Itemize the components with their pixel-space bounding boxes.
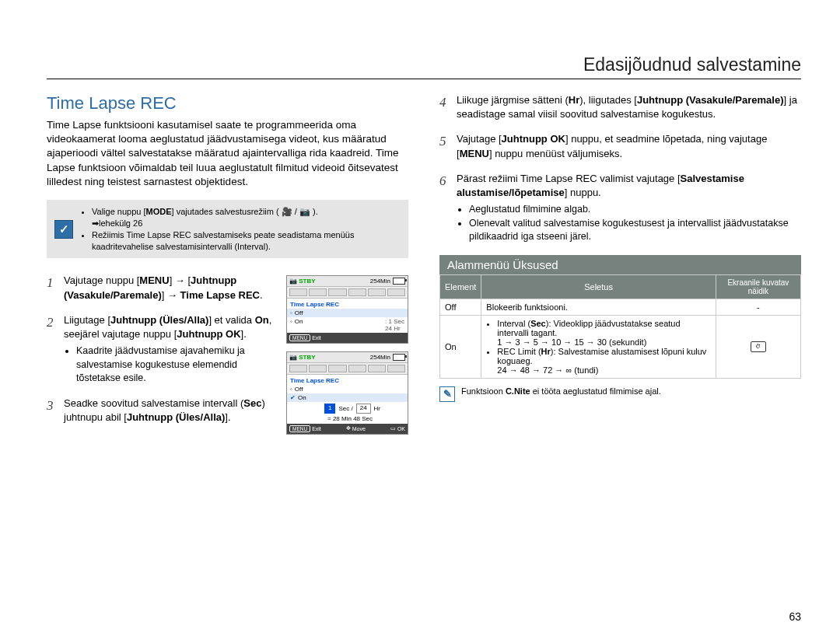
note-box: ✓ Valige nuppu [MODE] vajutades salvestu… xyxy=(47,200,408,258)
step-4: Liikuge järgmise sätteni (Hr), liigutade… xyxy=(439,93,801,121)
step-6: Pärast režiimi Time Lapse REC valimist v… xyxy=(439,172,801,244)
th-seletus: Seletus xyxy=(481,274,716,299)
step-3: Seadke soovitud salvestamise intervall (… xyxy=(47,397,280,425)
table-row-on: On Interval (Sec): Videoklipp jäädvustat… xyxy=(440,315,801,378)
step-2: Liigutage [Juhtnupp (Üles/Alla)] et vali… xyxy=(47,313,280,386)
info-table: Element Seletus Ekraanile kuvatav näidik… xyxy=(439,274,801,379)
chapter-title: Edasijõudnud salvestamine xyxy=(47,54,801,75)
section-title: Time Lapse REC xyxy=(47,93,408,114)
ui2-title: Time Lapse REC xyxy=(287,375,408,385)
info-icon: ✎ xyxy=(439,386,455,402)
th-element: Element xyxy=(440,274,481,299)
note-text-a: Valige nuppu [ xyxy=(92,207,146,216)
left-column: Time Lapse REC Time Lapse funktsiooni ka… xyxy=(47,93,408,442)
step-2-sub: Kaadrite jäädvustamise ajavahemiku ja sa… xyxy=(76,344,280,386)
step-6-sub1: Aeglustatud filmimine algab. xyxy=(469,203,801,217)
check-icon: ✓ xyxy=(54,220,73,239)
ui-preview-1: 📷 STBY 254Min Time Lapse REC ◦Off ◦On: 1… xyxy=(286,275,408,344)
ui1-title: Time Lapse REC xyxy=(287,299,408,309)
step-5: Vajutage [Juhtnupp OK] nuppu, et seadmin… xyxy=(439,132,801,160)
footnote: ✎ Funktsioon C.Nite ei tööta aeglustatud… xyxy=(439,386,801,402)
table-row-off: Off Blokeerib funktsiooni. - xyxy=(440,299,801,315)
top-rule xyxy=(47,79,801,79)
step-1: Vajutage nuppu [MENU] → [Juhtnupp (Vasak… xyxy=(47,274,280,302)
mode-label: MODE xyxy=(146,207,172,216)
note-page-ref: ➡lehekülg 26 xyxy=(92,218,142,228)
note-text: Valige nuppu [MODE] vajutades salvestusr… xyxy=(81,206,401,252)
sub-heading: Alammenüü Üksused xyxy=(439,255,801,274)
page-number: 63 xyxy=(789,610,801,623)
right-column: Liikuge järgmise sätteni (Hr), liigutade… xyxy=(439,93,801,442)
ui-preview-2: 📷 STBY 254Min Time Lapse REC ◦Off ✔On 1 … xyxy=(286,351,408,434)
intro-paragraph: Time Lapse funktsiooni kasutamisel saate… xyxy=(47,118,408,189)
note-line-3: Režiimis Time Lapse REC salvestamiseks p… xyxy=(92,229,401,253)
steps-list-left: Vajutage nuppu [MENU] → [Juhtnupp (Vasak… xyxy=(47,274,280,425)
step-6-sub2: Olenevalt valitud salvestamise kogukestu… xyxy=(469,217,801,244)
th-display: Ekraanile kuvatav näidik xyxy=(716,274,800,299)
ui-screenshots: 📷 STBY 254Min Time Lapse REC ◦Off ◦On: 1… xyxy=(286,274,408,442)
note-text-b: ] vajutades salvestusrežiim ( 🎥 / 📷 ). xyxy=(172,207,318,216)
steps-list-right: Liikuge järgmise sätteni (Hr), liigutade… xyxy=(439,93,801,244)
time-lapse-rec-icon: ⏱ xyxy=(751,341,766,352)
